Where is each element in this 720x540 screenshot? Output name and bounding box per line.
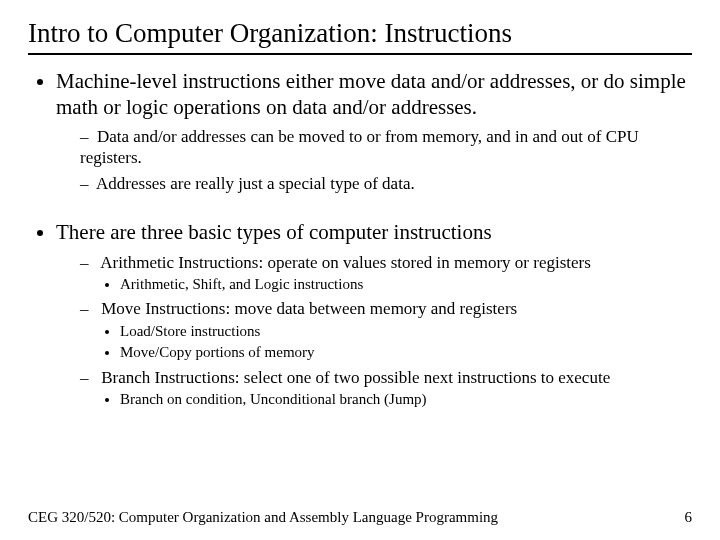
slide-body: Intro to Computer Organization: Instruct… [0,0,720,409]
bullet-text: There are three basic types of computer … [56,220,492,244]
sub-bullet-item: Branch on condition, Unconditional branc… [120,390,692,410]
dash-item: Move Instructions: move data between mem… [80,298,692,362]
dash-list: Data and/or addresses can be moved to or… [56,126,692,194]
page-number: 6 [685,509,693,526]
bullet-list: There are three basic types of computer … [28,220,692,409]
dash-item: Addresses are really just a special type… [80,173,692,194]
slide-title: Intro to Computer Organization: Instruct… [28,18,692,49]
sub-bullet-item: Arithmetic, Shift, and Logic instruction… [120,275,692,295]
bullet-text: Machine-level instructions either move d… [56,69,686,119]
bullet-list: Machine-level instructions either move d… [28,69,692,194]
dash-item: Branch Instructions: select one of two p… [80,367,692,410]
bullet-item: Machine-level instructions either move d… [56,69,692,194]
footer: CEG 320/520: Computer Organization and A… [28,509,692,526]
dash-text: Move Instructions: move data between mem… [101,299,517,318]
sub-bullet-list: Arithmetic, Shift, and Logic instruction… [80,275,692,295]
sub-bullet-item: Load/Store instructions [120,322,692,342]
sub-bullet-list: Branch on condition, Unconditional branc… [80,390,692,410]
sub-bullet-item: Move/Copy portions of memory [120,343,692,363]
bullet-item: There are three basic types of computer … [56,220,692,409]
dash-text: Arithmetic Instructions: operate on valu… [100,253,591,272]
title-rule [28,53,692,55]
dash-list: Arithmetic Instructions: operate on valu… [56,252,692,410]
dash-text: Branch Instructions: select one of two p… [101,368,610,387]
dash-item: Data and/or addresses can be moved to or… [80,126,692,169]
dash-item: Arithmetic Instructions: operate on valu… [80,252,692,295]
sub-bullet-list: Load/Store instructions Move/Copy portio… [80,322,692,363]
footer-course: CEG 320/520: Computer Organization and A… [28,509,498,526]
spacer [28,200,692,220]
